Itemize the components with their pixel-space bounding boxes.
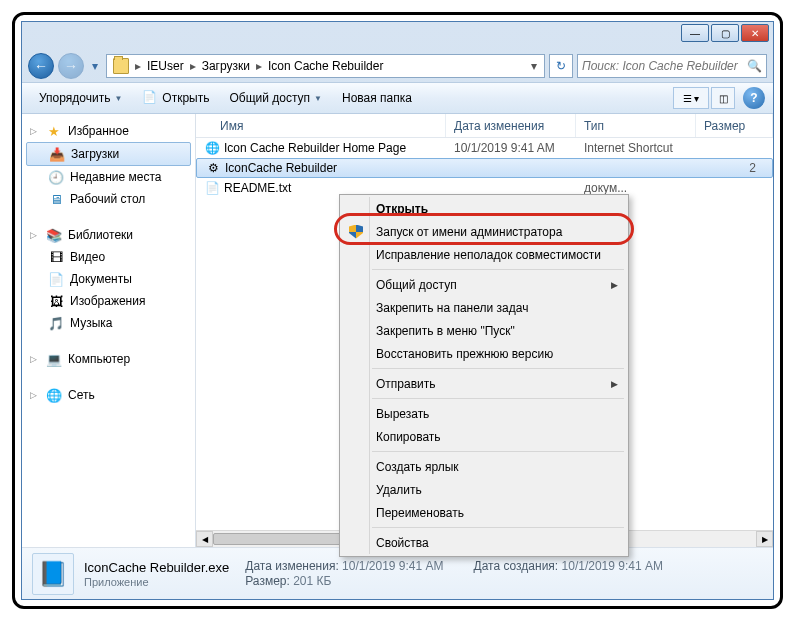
ctx-rename[interactable]: Переименовать — [342, 501, 626, 524]
view-options-button[interactable]: ☰ ▾ — [673, 87, 709, 109]
ctx-create-shortcut[interactable]: Создать ярлык — [342, 455, 626, 478]
scroll-right-button[interactable]: ▶ — [756, 531, 773, 547]
search-box[interactable]: 🔍 — [577, 54, 767, 78]
preview-pane-button[interactable]: ◫ — [711, 87, 735, 109]
shield-icon — [348, 224, 364, 240]
toolbar: Упорядочить▼ 📄Открыть Общий доступ▼ Нова… — [22, 82, 773, 114]
sidebar-item-recent[interactable]: 🕘Недавние места — [22, 166, 195, 188]
separator — [372, 368, 624, 369]
ctx-restore-previous[interactable]: Восстановить прежнюю версию — [342, 342, 626, 365]
help-button[interactable]: ? — [743, 87, 765, 109]
details-filetype: Приложение — [84, 576, 229, 588]
folder-icon — [113, 58, 129, 74]
star-icon: ★ — [46, 123, 62, 139]
network-header[interactable]: ▷🌐Сеть — [22, 384, 195, 406]
recent-icon: 🕘 — [48, 169, 64, 185]
crumb-current[interactable]: Icon Cache Rebuilder — [264, 59, 387, 73]
nav-history-dropdown[interactable]: ▾ — [88, 56, 102, 76]
address-dropdown[interactable]: ▾ — [526, 59, 542, 73]
submenu-arrow-icon: ▶ — [611, 280, 618, 290]
desktop-icon: 🖥 — [48, 191, 64, 207]
ctx-copy[interactable]: Копировать — [342, 425, 626, 448]
screenshot-frame: — ▢ ✕ ← → ▾ ▸ IEUser ▸ Загрузки ▸ Icon C… — [12, 12, 783, 609]
close-button[interactable]: ✕ — [741, 24, 769, 42]
ctx-properties[interactable]: Свойства — [342, 531, 626, 554]
libraries-header[interactable]: ▷📚Библиотеки — [22, 224, 195, 246]
ctx-run-as-admin[interactable]: Запуск от имени администратора — [342, 220, 626, 243]
titlebar: — ▢ ✕ — [22, 22, 773, 50]
submenu-arrow-icon: ▶ — [611, 379, 618, 389]
network-icon: 🌐 — [46, 387, 62, 403]
file-large-icon: 📘 — [32, 553, 74, 595]
forward-button[interactable]: → — [58, 53, 84, 79]
ctx-cut[interactable]: Вырезать — [342, 402, 626, 425]
sidebar-item-pictures[interactable]: 🖼Изображения — [22, 290, 195, 312]
search-icon[interactable]: 🔍 — [747, 59, 762, 73]
sidebar-item-videos[interactable]: 🎞Видео — [22, 246, 195, 268]
sidebar-item-music[interactable]: 🎵Музыка — [22, 312, 195, 334]
chevron-right-icon[interactable]: ▸ — [133, 59, 143, 73]
open-button[interactable]: 📄Открыть — [133, 85, 218, 111]
crumb-ieuser[interactable]: IEUser — [143, 59, 188, 73]
new-folder-button[interactable]: Новая папка — [333, 86, 421, 110]
separator — [372, 527, 624, 528]
library-icon: 📚 — [46, 227, 62, 243]
nav-row: ← → ▾ ▸ IEUser ▸ Загрузки ▸ Icon Cache R… — [22, 50, 773, 82]
separator — [372, 398, 624, 399]
maximize-button[interactable]: ▢ — [711, 24, 739, 42]
computer-icon: 💻 — [46, 351, 62, 367]
txt-icon: 📄 — [204, 180, 220, 196]
ctx-open[interactable]: Открыть — [342, 197, 626, 220]
column-name[interactable]: Имя — [196, 114, 446, 137]
search-input[interactable] — [582, 59, 747, 73]
file-row[interactable]: 🌐Icon Cache Rebuilder Home Page 10/1/201… — [196, 138, 773, 158]
navigation-pane: ▷★Избранное 📥Загрузки 🕘Недавние места 🖥Р… — [22, 114, 196, 547]
organize-button[interactable]: Упорядочить▼ — [30, 86, 131, 110]
computer-header[interactable]: ▷💻Компьютер — [22, 348, 195, 370]
favorites-header[interactable]: ▷★Избранное — [22, 120, 195, 142]
context-menu: Открыть Запуск от имени администратора И… — [339, 194, 629, 557]
column-size[interactable]: Размер — [696, 114, 773, 137]
ctx-troubleshoot-compat[interactable]: Исправление неполадок совместимости — [342, 243, 626, 266]
music-icon: 🎵 — [48, 315, 64, 331]
address-bar[interactable]: ▸ IEUser ▸ Загрузки ▸ Icon Cache Rebuild… — [106, 54, 545, 78]
ctx-share[interactable]: Общий доступ▶ — [342, 273, 626, 296]
sidebar-item-downloads[interactable]: 📥Загрузки — [26, 142, 191, 166]
image-icon: 🖼 — [48, 293, 64, 309]
open-icon: 📄 — [142, 90, 158, 106]
ctx-send-to[interactable]: Отправить▶ — [342, 372, 626, 395]
document-icon: 📄 — [48, 271, 64, 287]
details-filename: IconCache Rebuilder.exe — [84, 560, 229, 575]
file-row[interactable]: ⚙IconCache Rebuilder 2 — [196, 158, 773, 178]
sidebar-item-documents[interactable]: 📄Документы — [22, 268, 195, 290]
ctx-pin-taskbar[interactable]: Закрепить на панели задач — [342, 296, 626, 319]
separator — [372, 269, 624, 270]
sidebar-item-desktop[interactable]: 🖥Рабочий стол — [22, 188, 195, 210]
column-headers: Имя Дата изменения Тип Размер — [196, 114, 773, 138]
column-type[interactable]: Тип — [576, 114, 696, 137]
chevron-right-icon[interactable]: ▸ — [188, 59, 198, 73]
ctx-pin-start[interactable]: Закрепить в меню "Пуск" — [342, 319, 626, 342]
separator — [372, 451, 624, 452]
download-icon: 📥 — [49, 146, 65, 162]
minimize-button[interactable]: — — [681, 24, 709, 42]
column-date[interactable]: Дата изменения — [446, 114, 576, 137]
shortcut-icon: 🌐 — [204, 140, 220, 156]
video-icon: 🎞 — [48, 249, 64, 265]
crumb-downloads[interactable]: Загрузки — [198, 59, 254, 73]
exe-icon: ⚙ — [205, 160, 221, 176]
share-button[interactable]: Общий доступ▼ — [220, 86, 331, 110]
ctx-delete[interactable]: Удалить — [342, 478, 626, 501]
scroll-left-button[interactable]: ◀ — [196, 531, 213, 547]
refresh-button[interactable]: ↻ — [549, 54, 573, 78]
chevron-right-icon[interactable]: ▸ — [254, 59, 264, 73]
back-button[interactable]: ← — [28, 53, 54, 79]
